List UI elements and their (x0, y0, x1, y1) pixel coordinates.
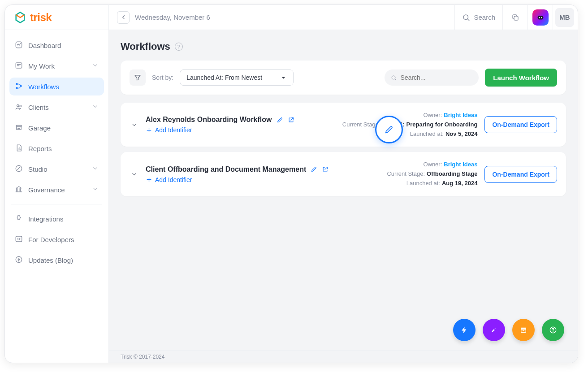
svg-point-11 (17, 104, 19, 107)
help-icon[interactable]: ? (175, 43, 183, 51)
chevron-down-icon (92, 165, 99, 173)
sidebar-item-label: Garage (28, 124, 51, 132)
reports-icon (15, 144, 23, 153)
global-search[interactable]: Search (454, 5, 502, 30)
rocket-icon (490, 326, 498, 334)
filter-button[interactable] (130, 69, 146, 86)
edit-workflow-button[interactable] (277, 117, 283, 123)
sidebar-item-governance[interactable]: Governance (9, 181, 104, 199)
page-title: Workflows (121, 41, 170, 52)
launched-at-value: Nov 5, 2024 (445, 130, 478, 137)
svg-point-0 (463, 15, 468, 20)
expand-toggle[interactable] (130, 121, 138, 128)
sidebar-item-reports[interactable]: Reports (9, 139, 104, 157)
open-workflow-button[interactable] (288, 117, 294, 123)
top-header: Wednesday, November 6 Search MB (109, 5, 578, 30)
brand-logo[interactable]: trisk (5, 5, 109, 30)
mywork-icon (15, 61, 23, 71)
workflow-card: Client Offboarding and Document Manageme… (121, 152, 566, 196)
header-copy-button[interactable] (502, 5, 527, 30)
sidebar-item-for-developers[interactable]: For Developers (9, 230, 104, 248)
svg-rect-7 (16, 63, 22, 68)
sidebar-item-clients[interactable]: Clients (9, 98, 104, 116)
activity-icon (15, 41, 23, 50)
on-demand-export-button[interactable]: On-Demand Export (484, 116, 557, 133)
external-link-icon (288, 117, 294, 123)
workflow-title: Client Offboarding and Document Manageme… (146, 165, 306, 173)
search-icon (462, 13, 470, 22)
workflow-search-input[interactable] (401, 74, 473, 81)
expand-toggle[interactable] (130, 171, 138, 178)
pencil-icon (277, 117, 283, 123)
chevron-left-icon (120, 14, 127, 21)
svg-rect-13 (16, 125, 22, 126)
pencil-icon (384, 125, 394, 134)
workflow-meta: Owner:Bright Ideas Current Stage:Offboar… (387, 160, 477, 188)
launch-workflow-button[interactable]: Launch Workflow (485, 69, 557, 87)
sidebar-item-studio[interactable]: Studio (9, 160, 104, 178)
user-initials: MB (555, 8, 574, 27)
svg-rect-16 (16, 236, 22, 242)
workflow-card: Alex Reynolds Onboarding Workflow Add Id… (121, 103, 566, 147)
bot-icon (532, 9, 549, 26)
svg-point-23 (553, 331, 553, 332)
sidebar-item-label: Updates (Blog) (28, 256, 73, 264)
chat-copy-icon (511, 13, 519, 22)
bolt-icon (460, 326, 468, 334)
chevron-down-icon (131, 121, 138, 128)
sort-by-label: Sort by: (152, 74, 173, 81)
workflow-search[interactable] (385, 69, 479, 86)
owner-link[interactable]: Bright Ideas (444, 112, 477, 118)
svg-point-12 (20, 105, 22, 107)
sidebar-item-my-work[interactable]: My Work (9, 57, 104, 75)
add-identifier-label: Add Identifier (155, 176, 192, 183)
governance-icon (15, 185, 23, 195)
sidebar-item-label: Clients (28, 104, 49, 111)
edit-highlight-circle[interactable] (375, 116, 403, 143)
edit-workflow-button[interactable] (311, 166, 317, 173)
fab-archive[interactable] (512, 319, 535, 341)
sidebar: DashboardMy WorkWorkflowsClientsGarageRe… (5, 30, 109, 363)
svg-point-5 (541, 17, 542, 18)
add-identifier-button[interactable]: Add Identifier (146, 176, 329, 183)
user-menu[interactable]: MB (553, 5, 578, 30)
footer: Trisk © 2017-2024 (109, 350, 578, 363)
chevron-down-icon (131, 171, 138, 178)
add-identifier-button[interactable]: Add Identifier (146, 126, 294, 134)
svg-point-4 (539, 17, 540, 18)
zap-icon (15, 256, 23, 265)
chevron-down-icon (92, 186, 99, 194)
svg-point-17 (16, 256, 22, 263)
svg-point-19 (494, 329, 495, 330)
on-demand-export-button[interactable]: On-Demand Export (484, 166, 557, 183)
svg-rect-20 (521, 328, 526, 329)
fab-help[interactable] (542, 319, 564, 341)
sidebar-item-label: Workflows (28, 83, 59, 91)
workflow-title: Alex Reynolds Onboarding Workflow (146, 116, 272, 124)
owner-link[interactable]: Bright Ideas (444, 161, 477, 168)
fab-quick-action[interactable] (453, 319, 476, 341)
external-link-icon (322, 166, 329, 173)
studio-icon (15, 165, 23, 174)
sort-select[interactable]: Launched At: From Newest (180, 69, 294, 86)
sidebar-item-integrations[interactable]: Integrations (9, 210, 104, 228)
sidebar-item-dashboard[interactable]: Dashboard (9, 36, 104, 54)
sort-value: Launched At: From Newest (186, 74, 262, 81)
code-icon (15, 235, 23, 244)
archive-icon (519, 326, 527, 334)
copyright: Trisk © 2017-2024 (121, 354, 164, 360)
main-content: Workflows ? Sort by: Launched At: From N… (109, 30, 578, 350)
app-avatar[interactable] (527, 5, 553, 30)
launched-at-value: Aug 19, 2024 (442, 180, 478, 186)
sidebar-item-workflows[interactable]: Workflows (9, 78, 104, 95)
sidebar-item-updates-blog-[interactable]: Updates (Blog) (9, 251, 104, 269)
sidebar-item-label: My Work (28, 62, 55, 70)
logo-mark-icon (14, 11, 26, 24)
open-workflow-button[interactable] (322, 166, 329, 173)
svg-point-18 (392, 76, 395, 79)
garage-icon (15, 123, 23, 133)
question-icon (549, 326, 557, 334)
sidebar-item-garage[interactable]: Garage (9, 119, 104, 137)
back-button[interactable] (117, 11, 130, 24)
fab-launch[interactable] (483, 319, 505, 341)
